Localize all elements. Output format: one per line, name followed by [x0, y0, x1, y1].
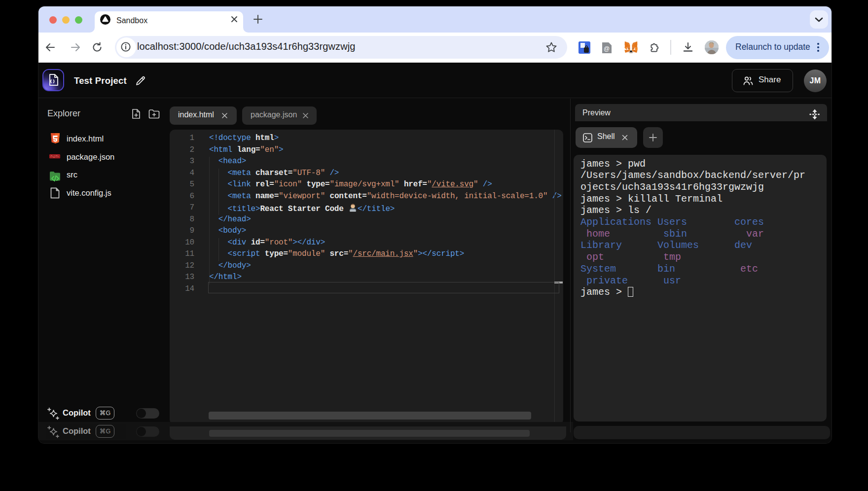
svg-text:@: @ [604, 45, 610, 52]
